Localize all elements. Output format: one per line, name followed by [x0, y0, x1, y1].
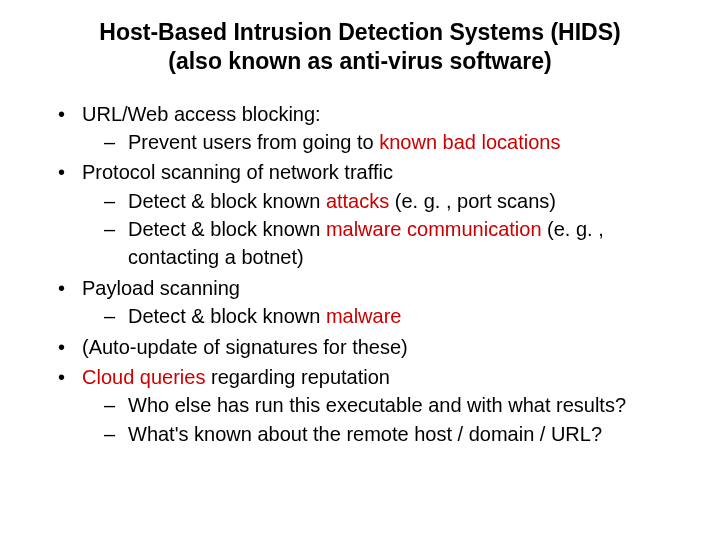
- bullet-payload-scanning: Payload scanning Detect & block known ma…: [58, 274, 690, 331]
- slide-title: Host-Based Intrusion Detection Systems (…: [30, 18, 690, 76]
- slide: Host-Based Intrusion Detection Systems (…: [0, 0, 720, 470]
- highlight-text: malware: [326, 305, 402, 327]
- sub-text: Detect & block known: [128, 190, 326, 212]
- title-line-1: Host-Based Intrusion Detection Systems (…: [99, 19, 620, 45]
- bullet-text: regarding reputation: [205, 366, 390, 388]
- bullet-url-blocking: URL/Web access blocking: Prevent users f…: [58, 100, 690, 157]
- sub-list: Detect & block known attacks (e. g. , po…: [104, 187, 690, 272]
- sub-bullet: Prevent users from going to known bad lo…: [104, 128, 690, 156]
- highlight-text: Cloud queries: [82, 366, 205, 388]
- sub-bullet: Detect & block known attacks (e. g. , po…: [104, 187, 690, 215]
- bullet-auto-update: (Auto-update of signatures for these): [58, 333, 690, 361]
- sub-list: Prevent users from going to known bad lo…: [104, 128, 690, 156]
- sub-text: What's known about the remote host / dom…: [128, 423, 602, 445]
- sub-list: Detect & block known malware: [104, 302, 690, 330]
- bullet-text: (Auto-update of signatures for these): [82, 336, 408, 358]
- sub-text: Prevent users from going to: [128, 131, 379, 153]
- highlight-text: malware communication: [326, 218, 542, 240]
- sub-bullet: Who else has run this executable and wit…: [104, 391, 690, 419]
- sub-text: Detect & block known: [128, 218, 326, 240]
- sub-text: (e. g. , port scans): [389, 190, 556, 212]
- bullet-protocol-scanning: Protocol scanning of network traffic Det…: [58, 158, 690, 272]
- title-line-2: (also known as anti-virus software): [168, 48, 551, 74]
- highlight-text: attacks: [326, 190, 389, 212]
- sub-text: Who else has run this executable and wit…: [128, 394, 626, 416]
- sub-bullet: Detect & block known malware: [104, 302, 690, 330]
- sub-list: Who else has run this executable and wit…: [104, 391, 690, 448]
- bullet-list: URL/Web access blocking: Prevent users f…: [58, 100, 690, 449]
- highlight-text: known bad locations: [379, 131, 560, 153]
- sub-bullet: Detect & block known malware communicati…: [104, 215, 690, 272]
- sub-bullet: What's known about the remote host / dom…: [104, 420, 690, 448]
- sub-text: Detect & block known: [128, 305, 326, 327]
- bullet-text: Protocol scanning of network traffic: [82, 161, 393, 183]
- bullet-text: URL/Web access blocking:: [82, 103, 321, 125]
- bullet-text: Payload scanning: [82, 277, 240, 299]
- bullet-cloud-queries: Cloud queries regarding reputation Who e…: [58, 363, 690, 448]
